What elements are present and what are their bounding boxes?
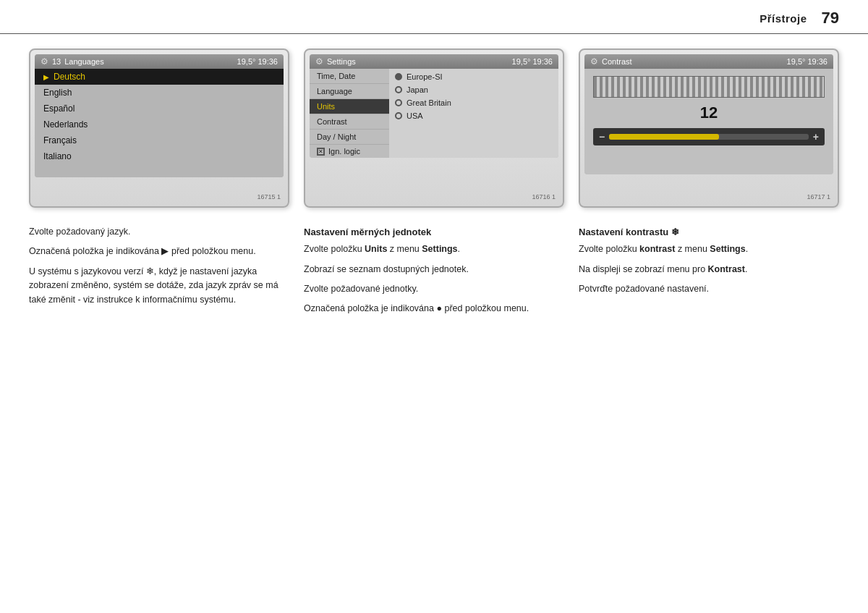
menu-time-date[interactable]: Time, Date bbox=[310, 69, 389, 84]
radio-usa bbox=[395, 112, 402, 119]
settings-screen: Time, Date Language Units Contrast Day /… bbox=[310, 69, 558, 158]
language-list: Deutsch English Español Nederlands Franç… bbox=[35, 69, 284, 177]
text-row: Zvolte požadovaný jazyk. Označená položk… bbox=[29, 225, 839, 322]
topbar-title-1: Languages bbox=[64, 57, 103, 66]
screen-col-3: ⚙ Contrast 19,5° 19:36 12 − bbox=[579, 48, 839, 208]
option-japan-label: Japan bbox=[407, 85, 428, 94]
settings-options: Europe-SI Japan Great Britain bbox=[389, 69, 558, 158]
contrast-checker bbox=[593, 76, 825, 98]
contrast-screen: 12 − + bbox=[584, 69, 833, 174]
slider-minus-icon[interactable]: − bbox=[599, 131, 605, 143]
option-japan[interactable]: Japan bbox=[389, 83, 558, 96]
text-col-1: Zvolte požadovaný jazyk. Označená položk… bbox=[29, 225, 289, 322]
topbar-icon-3: ⚙ bbox=[590, 56, 598, 67]
contrast-slider-track[interactable] bbox=[609, 134, 809, 140]
text-col2-title: Nastavení měrných jednotek bbox=[304, 225, 564, 240]
screen-col-2: ⚙ Settings 19,5° 19:36 Time, Date Langua… bbox=[304, 48, 564, 208]
screen-number-1: 16715 1 bbox=[257, 193, 281, 200]
text-col1-p3: U systému s jazykovou verzí ❄, když je n… bbox=[29, 265, 289, 307]
settings-menu: Time, Date Language Units Contrast Day /… bbox=[310, 69, 389, 158]
text-col3-p3: Potvrďte požadované nastavení. bbox=[579, 282, 839, 296]
page-number: 79 bbox=[822, 9, 839, 28]
screen-inner-3: ⚙ Contrast 19,5° 19:36 12 − bbox=[584, 54, 833, 174]
option-great-britain[interactable]: Great Britain bbox=[389, 96, 558, 109]
ign-logic-label: Ign. logic bbox=[328, 147, 360, 156]
text-col-2: Nastavení měrných jednotek Zvolte položk… bbox=[304, 225, 564, 322]
menu-contrast[interactable]: Contrast bbox=[310, 114, 389, 130]
screen-topbar-2: ⚙ Settings 19,5° 19:36 bbox=[310, 54, 558, 69]
lang-item-deutsch[interactable]: Deutsch bbox=[35, 69, 284, 85]
text-col3-title: Nastavení kontrastu ❄ bbox=[579, 225, 839, 240]
device-screen-3: ⚙ Contrast 19,5° 19:36 12 − bbox=[579, 48, 839, 208]
menu-units[interactable]: Units bbox=[310, 99, 389, 114]
text-col1-p1: Zvolte požadovaný jazyk. bbox=[29, 225, 289, 239]
option-europe-si-label: Europe-SI bbox=[407, 72, 443, 81]
topbar-title-3: Contrast bbox=[602, 57, 632, 66]
radio-great-britain bbox=[395, 99, 402, 106]
screen-inner-1: ⚙ 13 Languages 19,5° 19:36 Deutsch Engli… bbox=[35, 54, 284, 177]
page-title: Přístroje bbox=[760, 12, 807, 25]
text-col2-p4: Označená položka je indikována ● před po… bbox=[304, 302, 564, 316]
menu-ign-logic[interactable]: ✕ Ign. logic bbox=[310, 145, 389, 158]
contrast-value: 12 bbox=[593, 103, 825, 122]
lang-item-francais[interactable]: Français bbox=[35, 132, 284, 148]
device-screen-2: ⚙ Settings 19,5° 19:36 Time, Date Langua… bbox=[304, 48, 564, 208]
option-usa[interactable]: USA bbox=[389, 109, 558, 122]
text-col3-p1: Zvolte položku kontrast z menu Settings. bbox=[579, 242, 839, 256]
topbar-title-2: Settings bbox=[327, 57, 356, 66]
lang-item-english[interactable]: English bbox=[35, 85, 284, 101]
topbar-right-1: 19,5° 19:36 bbox=[237, 57, 278, 66]
text-col-3: Nastavení kontrastu ❄ Zvolte položku kon… bbox=[579, 225, 839, 322]
text-col2-p2: Zobrazí se seznam dostupných jednotek. bbox=[304, 263, 564, 276]
menu-language[interactable]: Language bbox=[310, 84, 389, 99]
screen-number-3: 16717 1 bbox=[807, 193, 830, 200]
text-col1-p2: Označená položka je indikována ▶ před po… bbox=[29, 245, 289, 258]
ign-checkbox: ✕ bbox=[317, 148, 325, 156]
main-content: ⚙ 13 Languages 19,5° 19:36 Deutsch Engli… bbox=[0, 34, 868, 361]
topbar-right-3: 19,5° 19:36 bbox=[787, 57, 827, 66]
text-col2-p3: Zvolte požadované jednotky. bbox=[304, 282, 564, 296]
menu-day-night[interactable]: Day / Night bbox=[310, 130, 389, 145]
lang-item-italiano[interactable]: Italiano bbox=[35, 148, 284, 164]
lang-item-espanol[interactable]: Español bbox=[35, 101, 284, 117]
topbar-icon-2: ⚙ bbox=[315, 56, 323, 67]
radio-europe-si bbox=[395, 73, 402, 80]
topbar-right-2: 19,5° 19:36 bbox=[512, 57, 553, 66]
screen-number-2: 16716 1 bbox=[532, 193, 556, 200]
option-great-britain-label: Great Britain bbox=[407, 98, 451, 107]
option-usa-label: USA bbox=[407, 111, 423, 120]
text-col3-p2: Na displeji se zobrazí menu pro Kontrast… bbox=[579, 263, 839, 276]
screen-topbar-3: ⚙ Contrast 19,5° 19:36 bbox=[584, 54, 833, 69]
radio-japan bbox=[395, 86, 402, 93]
screen-col-1: ⚙ 13 Languages 19,5° 19:36 Deutsch Engli… bbox=[29, 48, 289, 208]
contrast-slider-row: − + bbox=[593, 128, 825, 145]
lang-item-nederlands[interactable]: Nederlands bbox=[35, 117, 284, 132]
page-header: Přístroje 79 bbox=[0, 0, 868, 34]
topbar-icon-1: ⚙ bbox=[41, 56, 48, 67]
contrast-slider-fill bbox=[609, 134, 719, 140]
text-col2-p1: Zvolte položku Units z menu Settings. bbox=[304, 242, 564, 256]
screens-row: ⚙ 13 Languages 19,5° 19:36 Deutsch Engli… bbox=[29, 48, 839, 208]
slider-plus-icon[interactable]: + bbox=[813, 131, 819, 143]
screen-topbar-1: ⚙ 13 Languages 19,5° 19:36 bbox=[35, 54, 284, 69]
option-europe-si[interactable]: Europe-SI bbox=[389, 70, 558, 83]
screen-inner-2: ⚙ Settings 19,5° 19:36 Time, Date Langua… bbox=[310, 54, 558, 158]
device-screen-1: ⚙ 13 Languages 19,5° 19:36 Deutsch Engli… bbox=[29, 48, 289, 208]
topbar-num-1: 13 bbox=[52, 57, 61, 66]
